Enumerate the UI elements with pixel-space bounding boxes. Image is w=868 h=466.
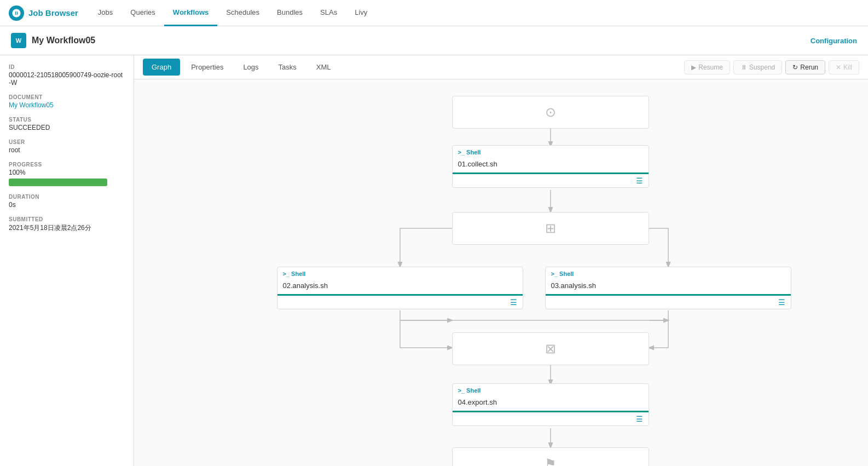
suspend-label: Suspend [749,64,775,71]
progress-bar-fill [9,179,107,186]
resume-button[interactable]: ▶ Resume [684,60,730,74]
sidebar-user-value: root [9,146,125,154]
rerun-label: Rerun [800,64,818,71]
sidebar-document-value[interactable]: My Workflow05 [9,101,125,109]
brand-logo-icon [11,8,21,18]
node-analysis03-header: >_ Shell [546,267,791,279]
tab-graph[interactable]: Graph [143,59,180,76]
node-collect[interactable]: >_ Shell 01.collect.sh ☰ [452,145,649,188]
node-collect-list-icon: ☰ [636,176,643,185]
node-collect-name: 01.collect.sh [453,158,649,172]
resume-label: Resume [698,64,723,71]
sidebar-progress-label: PROGRESS [9,162,125,168]
sidebar-document-field: DOCUMENT My Workflow05 [9,94,125,109]
sidebar-status-value: SUCCEEDED [9,124,125,131]
resume-icon: ▶ [691,64,696,71]
sidebar-id-label: ID [9,64,125,70]
node-analysis03-name: 03.analysis.sh [546,279,791,294]
end-icon: ⚑ [545,456,557,466]
progress-bar-background [9,179,107,186]
nav-item-workflows[interactable]: Workflows [164,0,218,26]
start-icon: ⊙ [545,105,556,120]
node-analysis02[interactable]: >_ Shell 02.analysis.sh ☰ [277,267,523,309]
brand-name: Job Browser [28,8,78,18]
node-analysis03-list-icon: ☰ [778,298,785,307]
node-analysis03-bottom: ☰ [546,294,791,309]
sidebar-submitted-value: 2021年5月18日凌晨2点26分 [9,223,125,233]
tab-tasks[interactable]: Tasks [270,59,305,76]
node-collect-header: >_ Shell [453,146,649,158]
node-export[interactable]: >_ Shell 04.export.sh ☰ [452,383,649,426]
node-analysis02-bottom: ☰ [277,294,523,309]
sidebar-user-field: USER root [9,139,125,154]
nav-items: Jobs Queries Workflows Schedules Bundles… [89,0,376,26]
sidebar-status-label: STATUS [9,117,125,123]
nav-item-livy[interactable]: Livy [346,0,376,26]
fork-icon: ⊞ [545,221,556,236]
tab-bar: Graph Properties Logs Tasks XML ▶ Resume… [134,55,868,79]
tab-xml[interactable]: XML [308,59,340,76]
node-export-bottom: ☰ [453,411,649,425]
sidebar-user-label: USER [9,139,125,145]
node-export-name: 04.export.sh [453,396,649,411]
sidebar: ID 0000012-210518005900749-oozie-root-W … [0,55,134,466]
tab-properties[interactable]: Properties [182,59,232,76]
graph-canvas[interactable]: ⊙ >_ Shell 01.collect.sh ☰ ⊞ >_ Shell [134,79,868,466]
action-buttons: ▶ Resume ⏸ Suspend ↻ Rerun ✕ Kill [684,60,859,74]
sidebar-id-value: 0000012-210518005900749-oozie-root-W [9,71,125,87]
kill-button[interactable]: ✕ Kill [829,60,859,74]
page-header: W My Workflow05 Configuration [0,26,868,55]
sidebar-progress-field: PROGRESS 100% [9,162,125,186]
node-analysis02-list-icon: ☰ [510,298,517,307]
node-export-list-icon: ☰ [636,415,643,423]
node-end: ⚑ [452,447,649,466]
node-collect-bottom: ☰ [453,172,649,187]
kill-label: Kill [843,64,852,71]
node-analysis03[interactable]: >_ Shell 03.analysis.sh ☰ [545,267,791,309]
page-title-area: W My Workflow05 [11,33,95,48]
brand-icon [9,5,24,21]
main-layout: ID 0000012-210518005900749-oozie-root-W … [0,55,868,466]
sidebar-duration-label: DURATION [9,194,125,200]
sidebar-duration-value: 0s [9,201,125,209]
kill-icon: ✕ [836,64,841,71]
sidebar-submitted-field: SUBMITTED 2021年5月18日凌晨2点26分 [9,216,125,233]
sidebar-status-field: STATUS SUCCEEDED [9,117,125,131]
node-analysis02-name: 02.analysis.sh [277,279,523,294]
join-icon: ⊠ [545,341,556,356]
node-analysis02-header: >_ Shell [277,267,523,279]
brand: Job Browser [9,5,78,21]
page-title: My Workflow05 [32,36,95,45]
configuration-link[interactable]: Configuration [811,37,857,45]
nav-item-queries[interactable]: Queries [121,0,164,26]
rerun-button[interactable]: ↻ Rerun [785,60,825,74]
suspend-button[interactable]: ⏸ Suspend [733,60,782,74]
node-fork: ⊞ [452,212,649,245]
sidebar-document-label: DOCUMENT [9,94,125,100]
tab-logs[interactable]: Logs [234,59,267,76]
content-area: Graph Properties Logs Tasks XML ▶ Resume… [134,55,868,466]
workflow-icon: W [11,33,26,48]
sidebar-submitted-label: SUBMITTED [9,216,125,222]
node-join: ⊠ [452,332,649,365]
suspend-icon: ⏸ [740,64,747,71]
sidebar-progress-value: 100% [9,169,125,176]
nav-item-schedules[interactable]: Schedules [217,0,268,26]
nav-item-slas[interactable]: SLAs [311,0,346,26]
nav-item-bundles[interactable]: Bundles [268,0,311,26]
sidebar-duration-field: DURATION 0s [9,194,125,209]
sidebar-id-field: ID 0000012-210518005900749-oozie-root-W [9,64,125,87]
node-start: ⊙ [452,96,649,129]
nav-item-jobs[interactable]: Jobs [89,0,121,26]
node-export-header: >_ Shell [453,384,649,396]
workflow-graph: ⊙ >_ Shell 01.collect.sh ☰ ⊞ >_ Shell [266,85,737,466]
rerun-icon: ↻ [792,64,798,71]
top-nav: Job Browser Jobs Queries Workflows Sched… [0,0,868,26]
